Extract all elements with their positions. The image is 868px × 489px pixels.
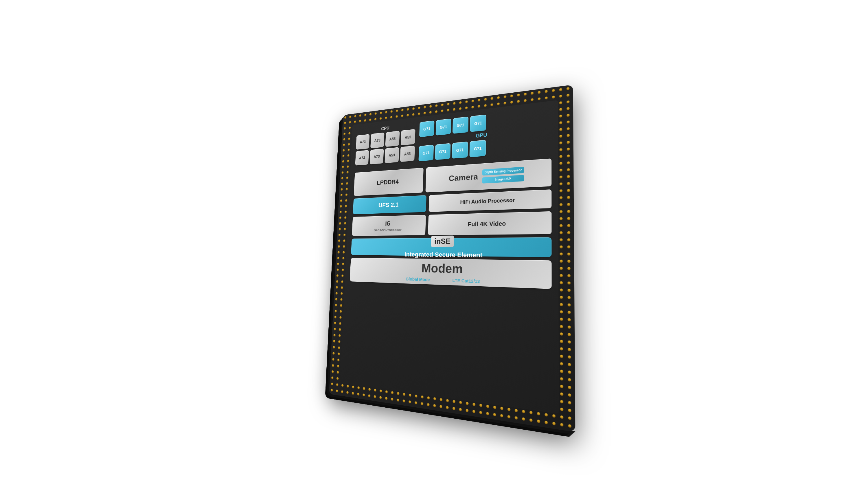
core-a73-4: A73 bbox=[370, 148, 384, 164]
core-g71-2: G71 bbox=[436, 118, 452, 136]
chip-body: CPU A73 A73 A53 A53 A73 A73 A53 bbox=[329, 85, 575, 432]
row-i6-video: i6 Sensor Processor Full 4K Video bbox=[352, 211, 552, 236]
i6-block: i6 Sensor Processor bbox=[352, 215, 426, 236]
ufs-block: UFS 2.1 bbox=[353, 195, 427, 214]
i6-label: i6 bbox=[385, 220, 390, 227]
core-a53-4: A53 bbox=[400, 146, 415, 162]
image-dsp-block: Image DSP bbox=[482, 175, 524, 183]
modem-global: Global Mode bbox=[406, 276, 430, 282]
core-a53-2: A53 bbox=[401, 129, 415, 145]
core-g71-7: G71 bbox=[452, 141, 468, 159]
gpu-section: G71 G71 G71 G71 GPU G71 G71 G71 G71 bbox=[418, 107, 552, 161]
lpddr4-block: LPDDR4 bbox=[354, 168, 424, 196]
modem-sub: Global Mode LTE Cat12/13 bbox=[406, 276, 480, 284]
core-a53-1: A53 bbox=[385, 131, 400, 147]
core-g71-8: G71 bbox=[469, 140, 486, 157]
core-a53-3: A53 bbox=[384, 147, 399, 163]
core-a73-3: A73 bbox=[355, 150, 369, 166]
core-g71-4: G71 bbox=[470, 114, 486, 132]
core-g71-1: G71 bbox=[419, 120, 434, 137]
camera-sub-blocks: Depth Sensing Processor Image DSP bbox=[482, 167, 524, 183]
core-g71-5: G71 bbox=[418, 144, 434, 161]
modem-label: Modem bbox=[421, 261, 463, 276]
chip-scene: CPU A73 A73 A53 A53 A73 A73 A53 bbox=[315, 73, 575, 432]
camera-label: Camera bbox=[448, 172, 478, 183]
core-a73-1: A73 bbox=[356, 134, 370, 150]
depth-sensing-block: Depth Sensing Processor bbox=[482, 167, 524, 175]
inse-description: Integrated Secure Element bbox=[404, 251, 483, 259]
modem-row: Modem Global Mode LTE Cat12/13 bbox=[345, 258, 552, 406]
cpu-section: CPU A73 A73 A53 A53 A73 A73 A53 bbox=[355, 122, 416, 165]
modem-lte: LTE Cat12/13 bbox=[452, 277, 480, 283]
core-g71-3: G71 bbox=[453, 116, 468, 134]
i6-sublabel: Sensor Processor bbox=[374, 227, 402, 232]
inse-block: inSE Integrated Secure Element bbox=[351, 237, 552, 257]
core-g71-6: G71 bbox=[435, 143, 451, 160]
inse-badge: inSE bbox=[431, 235, 454, 247]
modem-block: Modem Global Mode LTE Cat12/13 bbox=[350, 258, 552, 289]
core-a73-2: A73 bbox=[370, 132, 384, 148]
hifi-block: HiFi Audio Processor bbox=[429, 189, 552, 212]
chip-inner-board: CPU A73 A73 A53 A53 A73 A73 A53 bbox=[340, 100, 559, 414]
inse-row: inSE Integrated Secure Element bbox=[351, 237, 552, 257]
video-block: Full 4K Video bbox=[428, 211, 552, 235]
